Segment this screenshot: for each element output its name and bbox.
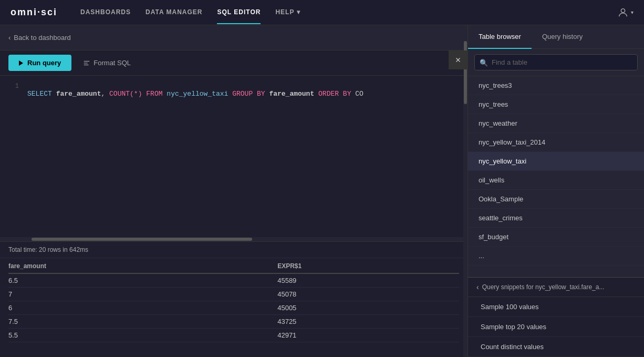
format-sql-button[interactable]: Format SQL — [78, 56, 136, 70]
vertical-scrollbar[interactable] — [463, 25, 468, 357]
close-icon — [454, 56, 462, 64]
app-logo: omni·sci — [11, 7, 57, 18]
cell-expr1: 43725 — [277, 315, 459, 329]
table-row: 6.545589 — [8, 273, 459, 288]
list-item[interactable]: ... — [468, 247, 644, 266]
table-row: 7.543725 — [8, 315, 459, 329]
table-row: 645005 — [8, 301, 459, 315]
search-icon: 🔍 — [480, 58, 488, 66]
list-item[interactable]: nyc_trees — [468, 95, 644, 114]
nav-dashboards[interactable]: DASHBOARDS — [80, 1, 131, 24]
right-panel: Table browser Query history 🔍 nyc_trees3… — [468, 25, 644, 357]
back-arrow-icon: ‹ — [8, 34, 11, 42]
right-panel-tabs: Table browser Query history — [468, 25, 644, 49]
snippets-panel: ‹ Query snippets for nyc_yellow_taxi.far… — [468, 277, 644, 357]
cell-expr1: 45078 — [277, 288, 459, 301]
user-chevron-icon: ▾ — [631, 9, 633, 15]
table-row: 5.542971 — [8, 329, 459, 342]
list-item[interactable]: nyc_weather — [468, 114, 644, 133]
tab-table-browser[interactable]: Table browser — [468, 25, 532, 49]
list-item[interactable]: seattle_crimes — [468, 209, 644, 228]
table-search-box: 🔍 — [468, 49, 644, 76]
editor-toolbar: Run query Format SQL — [0, 50, 468, 76]
left-panel: ‹ Back to dashboard Run query Format SQL — [0, 25, 468, 357]
chevron-left-icon[interactable]: ‹ — [476, 283, 479, 291]
search-input[interactable] — [474, 54, 638, 70]
table-list: nyc_trees3nyc_treesnyc_weathernyc_yellow… — [468, 76, 644, 277]
col-header-expr1[interactable]: EXPR$1 — [277, 258, 459, 273]
code-editor[interactable]: 1 SELECT fare_amount, COUNT(*) FROM nyc_… — [0, 76, 468, 237]
run-query-button[interactable]: Run query — [8, 55, 71, 71]
list-item[interactable]: nyc_yellow_taxi — [468, 152, 644, 171]
play-icon — [19, 60, 23, 66]
top-navigation: omni·sci DASHBOARDS DATA MANAGER SQL EDI… — [0, 0, 644, 25]
nav-data-manager[interactable]: DATA MANAGER — [146, 1, 202, 24]
back-label: Back to dashboard — [14, 34, 70, 42]
results-panel: Total time: 20 rows in 642ms fare_amount… — [0, 241, 468, 357]
nav-items: DASHBOARDS DATA MANAGER SQL EDITOR HELP … — [80, 1, 600, 24]
list-item[interactable]: Ookla_Sample — [468, 190, 644, 209]
table-row: 745078 — [8, 288, 459, 301]
cell-fare-amount: 6.5 — [8, 273, 277, 288]
user-icon — [617, 7, 629, 18]
line-number: 1 — [6, 82, 19, 90]
cell-fare-amount: 7 — [8, 288, 277, 301]
cell-fare-amount: 7.5 — [8, 315, 277, 329]
code-content[interactable]: SELECT fare_amount, COUNT(*) FROM nyc_ye… — [27, 82, 363, 98]
scroll-thumb[interactable] — [32, 238, 252, 241]
snippet-item[interactable]: Count distinct values — [468, 337, 644, 357]
snippets-list: Sample 100 valuesSample top 20 valuesCou… — [468, 297, 644, 357]
snippet-item[interactable]: Sample 100 values — [468, 297, 644, 317]
run-label: Run query — [27, 59, 61, 67]
back-to-dashboard[interactable]: ‹ Back to dashboard — [8, 34, 71, 42]
user-menu[interactable]: ▾ — [617, 7, 633, 18]
results-status: Total time: 20 rows in 642ms — [0, 242, 468, 258]
list-item[interactable]: nyc_trees3 — [468, 76, 644, 95]
svg-point-0 — [621, 8, 625, 12]
cell-expr1: 45589 — [277, 273, 459, 288]
cell-fare-amount: 5.5 — [8, 329, 277, 342]
snippets-header-label: Query snippets for nyc_yellow_taxi.fare_… — [482, 283, 605, 291]
nav-help[interactable]: HELP ▾ — [275, 1, 300, 24]
cell-expr1: 42971 — [277, 329, 459, 342]
main-layout: ‹ Back to dashboard Run query Format SQL — [0, 25, 644, 357]
list-item[interactable]: oil_wells — [468, 171, 644, 190]
snippets-header: ‹ Query snippets for nyc_yellow_taxi.far… — [468, 278, 644, 297]
horizontal-scrollbar[interactable] — [0, 237, 468, 241]
results-table: fare_amount EXPR$1 6.5455897450786450057… — [0, 258, 468, 342]
cell-expr1: 45005 — [277, 301, 459, 315]
cell-fare-amount: 6 — [8, 301, 277, 315]
tab-query-history[interactable]: Query history — [532, 25, 593, 49]
col-header-fare-amount[interactable]: fare_amount — [8, 258, 277, 273]
close-button[interactable] — [449, 50, 468, 69]
code-line-1: 1 SELECT fare_amount, COUNT(*) FROM nyc_… — [0, 82, 468, 98]
format-icon — [83, 59, 90, 67]
list-item[interactable]: nyc_yellow_taxi_2014 — [468, 133, 644, 152]
back-toolbar: ‹ Back to dashboard — [0, 25, 468, 50]
snippet-item[interactable]: Sample top 20 values — [468, 317, 644, 337]
format-label: Format SQL — [94, 59, 131, 67]
nav-sql-editor[interactable]: SQL EDITOR — [217, 1, 261, 24]
list-item[interactable]: sf_budget — [468, 228, 644, 247]
